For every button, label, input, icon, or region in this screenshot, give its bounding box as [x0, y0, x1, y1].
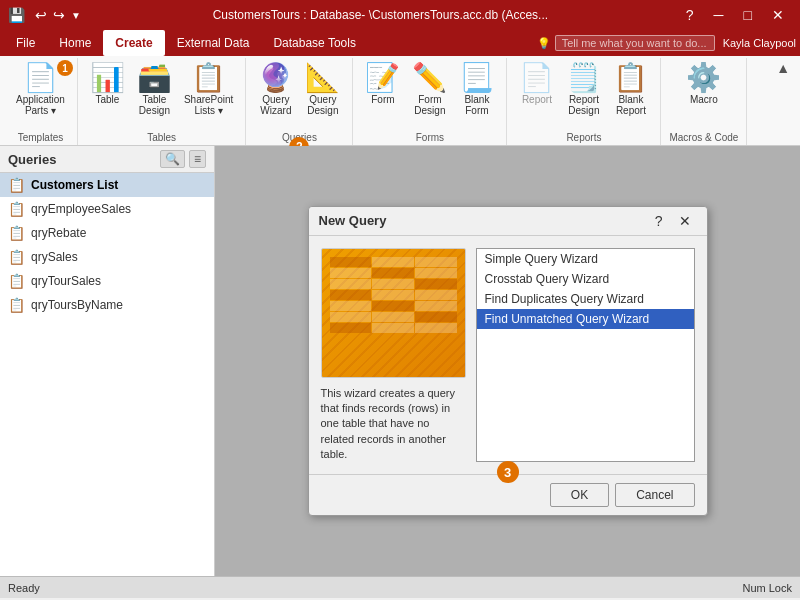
- table-label: Table: [95, 94, 119, 105]
- sidebar-item-qryemployeesales[interactable]: 📋 qryEmployeeSales: [0, 197, 214, 221]
- sharepoint-lists-btn[interactable]: 📋 SharePointLists ▾: [180, 62, 237, 118]
- sidebar-items: 📋 Customers List 📋 qryEmployeeSales 📋 qr…: [0, 173, 214, 576]
- form-design-btn[interactable]: ✏️ FormDesign: [408, 62, 451, 118]
- dialog-preview: This wizard creates a query that finds r…: [321, 248, 466, 463]
- ribbon: 1 📄 ApplicationParts ▾ Templates 📊 Table…: [0, 56, 800, 146]
- sidebar-item-label-qrysales: qrySales: [31, 250, 78, 264]
- sidebar-item-qrytoursbyname[interactable]: 📋 qryToursByName: [0, 293, 214, 317]
- menu-file[interactable]: File: [4, 30, 47, 56]
- sidebar-menu-btn[interactable]: ≡: [189, 150, 206, 168]
- search-bar: 💡: [537, 35, 715, 51]
- qrysales-icon: 📋: [8, 249, 25, 265]
- query-wizard-label: QueryWizard: [260, 94, 291, 116]
- sidebar-header: Queries 🔍 ≡: [0, 146, 214, 173]
- ribbon-group-macros-label: Macros & Code: [669, 132, 738, 145]
- report-design-icon: 🗒️: [566, 64, 601, 92]
- title-bar: 💾 ↩ ↪ ▼ CustomersTours : Database- \Cust…: [0, 0, 800, 30]
- menu-create[interactable]: Create: [103, 30, 164, 56]
- ribbon-group-reports-items: 📄 Report 🗒️ ReportDesign 📋 BlankReport: [515, 60, 652, 130]
- ribbon-group-templates: 1 📄 ApplicationParts ▾ Templates: [4, 58, 78, 145]
- ribbon-group-macros-items: ⚙️ Macro: [682, 60, 725, 130]
- menu-external-data[interactable]: External Data: [165, 30, 262, 56]
- query-design-icon: 📐: [305, 64, 340, 92]
- ribbon-group-forms-label: Forms: [416, 132, 444, 145]
- status-right: Num Lock: [742, 582, 792, 594]
- sidebar-item-label-qrytoursbyname: qryToursByName: [31, 298, 123, 312]
- dialog-title: New Query: [319, 213, 387, 228]
- qrytoursbyname-icon: 📋: [8, 297, 25, 313]
- table-design-icon: 🗃️: [137, 64, 172, 92]
- main-area: Queries 🔍 ≡ 📋 Customers List 📋 qryEmploy…: [0, 146, 800, 576]
- dialog-help-btn[interactable]: ?: [649, 213, 669, 229]
- search-input[interactable]: [555, 35, 715, 51]
- app-icon: 💾: [8, 7, 25, 23]
- ribbon-group-tables: 📊 Table 🗃️ TableDesign 📋 SharePointLists…: [78, 58, 246, 145]
- application-parts-btn[interactable]: 1 📄 ApplicationParts ▾: [12, 62, 69, 118]
- sharepoint-lists-label: SharePointLists ▾: [184, 94, 233, 116]
- table-icon: 📊: [90, 64, 125, 92]
- table-btn[interactable]: 📊 Table: [86, 62, 129, 107]
- form-btn[interactable]: 📝 Form: [361, 62, 404, 107]
- query-wizard-btn[interactable]: 🔮 QueryWizard: [254, 62, 297, 118]
- dialog-close-btn[interactable]: ✕: [673, 213, 697, 229]
- macro-btn[interactable]: ⚙️ Macro: [682, 62, 725, 107]
- dialog-list-item-duplicates[interactable]: Find Duplicates Query Wizard: [477, 289, 694, 309]
- sidebar-item-label-qrytoursales: qryTourSales: [31, 274, 101, 288]
- sidebar-item-customers-list[interactable]: 📋 Customers List: [0, 173, 214, 197]
- ribbon-group-forms-items: 📝 Form ✏️ FormDesign 📃 BlankForm: [361, 60, 498, 130]
- dialog-list-item-simple[interactable]: Simple Query Wizard: [477, 249, 694, 269]
- ribbon-group-reports: 📄 Report 🗒️ ReportDesign 📋 BlankReport R…: [507, 58, 661, 145]
- query-design-btn[interactable]: 📐 QueryDesign: [301, 62, 344, 118]
- ribbon-group-macros: ⚙️ Macro Macros & Code: [661, 58, 747, 145]
- menu-bar: File Home Create External Data Database …: [0, 30, 800, 56]
- sidebar-search-btn[interactable]: 🔍: [160, 150, 185, 168]
- redo-btn[interactable]: ↪: [53, 7, 65, 23]
- blank-report-icon: 📋: [613, 64, 648, 92]
- badge-3-container: 3: [497, 461, 519, 483]
- customize-btn[interactable]: ▼: [71, 10, 81, 21]
- content-area: New Query ? ✕: [215, 146, 800, 576]
- report-btn[interactable]: 📄 Report: [515, 62, 558, 107]
- form-design-icon: ✏️: [412, 64, 447, 92]
- blank-report-label: BlankReport: [616, 94, 646, 116]
- menu-database-tools[interactable]: Database Tools: [261, 30, 368, 56]
- ribbon-group-queries: 🔮 QueryWizard 📐 QueryDesign Queries 2: [246, 58, 353, 145]
- menu-home[interactable]: Home: [47, 30, 103, 56]
- dialog-query-type-list: Simple Query Wizard Crosstab Query Wizar…: [476, 248, 695, 463]
- sidebar-item-label-qryemployeesales: qryEmployeeSales: [31, 202, 131, 216]
- status-left: Ready: [8, 582, 40, 594]
- application-parts-label: ApplicationParts ▾: [16, 94, 65, 116]
- ribbon-group-forms: 📝 Form ✏️ FormDesign 📃 BlankForm Forms: [353, 58, 507, 145]
- sidebar-item-qrytoursales[interactable]: 📋 qryTourSales: [0, 269, 214, 293]
- help-btn[interactable]: ?: [678, 5, 702, 25]
- dialog-list-item-crosstab[interactable]: Crosstab Query Wizard: [477, 269, 694, 289]
- sidebar-controls: 🔍 ≡: [160, 150, 206, 168]
- table-design-label: TableDesign: [139, 94, 170, 116]
- badge-3: 3: [497, 461, 519, 483]
- new-query-dialog: New Query ? ✕: [308, 206, 708, 517]
- table-design-btn[interactable]: 🗃️ TableDesign: [133, 62, 176, 118]
- ribbon-collapse-btn[interactable]: ▲: [770, 58, 796, 78]
- report-design-btn[interactable]: 🗒️ ReportDesign: [562, 62, 605, 118]
- form-design-label: FormDesign: [414, 94, 445, 116]
- query-design-label: QueryDesign: [307, 94, 338, 116]
- ribbon-group-tables-items: 📊 Table 🗃️ TableDesign 📋 SharePointLists…: [86, 60, 237, 130]
- dialog-overlay: New Query ? ✕: [215, 146, 800, 576]
- title-bar-left: 💾 ↩ ↪ ▼: [8, 7, 83, 23]
- window-title: CustomersTours : Database- \CustomersTou…: [83, 8, 678, 22]
- blank-form-btn[interactable]: 📃 BlankForm: [455, 62, 498, 118]
- undo-btn[interactable]: ↩: [35, 7, 47, 23]
- sidebar-item-qryrebate[interactable]: 📋 qryRebate: [0, 221, 214, 245]
- minimize-btn[interactable]: ─: [706, 5, 732, 25]
- close-btn[interactable]: ✕: [764, 5, 792, 25]
- user-name: Kayla Claypool: [723, 37, 796, 49]
- sidebar: Queries 🔍 ≡ 📋 Customers List 📋 qryEmploy…: [0, 146, 215, 576]
- dialog-ok-btn[interactable]: OK: [550, 483, 609, 507]
- maximize-btn[interactable]: □: [736, 5, 760, 25]
- dialog-list-item-unmatched[interactable]: Find Unmatched Query Wizard: [477, 309, 694, 329]
- sidebar-item-qrysales[interactable]: 📋 qrySales: [0, 245, 214, 269]
- blank-report-btn[interactable]: 📋 BlankReport: [609, 62, 652, 118]
- dialog-cancel-btn[interactable]: Cancel: [615, 483, 694, 507]
- sharepoint-lists-icon: 📋: [191, 64, 226, 92]
- report-design-label: ReportDesign: [568, 94, 599, 116]
